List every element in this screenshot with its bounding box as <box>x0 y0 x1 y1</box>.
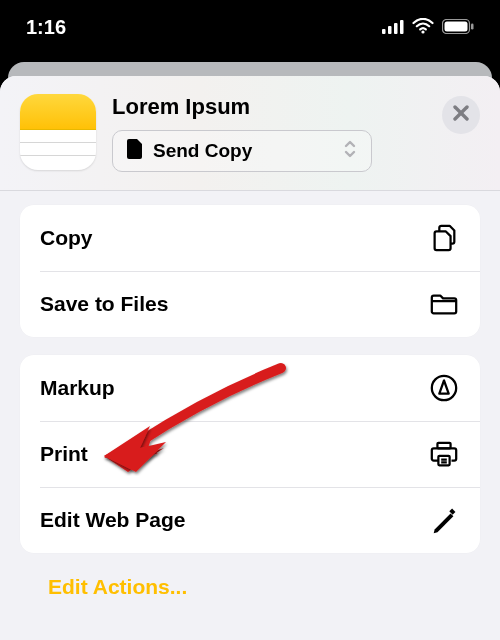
markup-icon <box>428 372 460 404</box>
svg-rect-6 <box>445 21 468 31</box>
print-action[interactable]: Print <box>20 421 480 487</box>
status-indicators <box>382 16 474 39</box>
svg-rect-7 <box>471 23 474 29</box>
close-icon <box>453 105 469 125</box>
action-groups: Copy Save to Files Markup Print <box>0 191 500 599</box>
copy-action[interactable]: Copy <box>20 205 480 271</box>
svg-rect-0 <box>382 29 386 34</box>
close-button[interactable] <box>442 96 480 134</box>
send-copy-selector[interactable]: Send Copy <box>112 130 372 172</box>
notes-app-icon <box>20 94 96 170</box>
document-icon <box>127 139 143 163</box>
send-copy-label: Send Copy <box>153 140 252 162</box>
wifi-icon <box>412 16 434 39</box>
status-time: 1:16 <box>26 16 66 39</box>
save-to-files-label: Save to Files <box>40 292 168 316</box>
print-label: Print <box>40 442 88 466</box>
svg-rect-3 <box>400 20 404 34</box>
svg-rect-2 <box>394 23 398 34</box>
action-group-2: Markup Print Edit Web Page <box>20 355 480 553</box>
edit-actions-link[interactable]: Edit Actions... <box>20 571 480 599</box>
edit-web-page-label: Edit Web Page <box>40 508 185 532</box>
markup-action[interactable]: Markup <box>20 355 480 421</box>
battery-icon <box>442 16 474 39</box>
printer-icon <box>428 438 460 470</box>
doc-on-doc-icon <box>428 222 460 254</box>
svg-point-4 <box>421 30 424 33</box>
cellular-icon <box>382 16 404 39</box>
share-sheet-header: Lorem Ipsum Send Copy <box>0 76 500 191</box>
share-title: Lorem Ipsum <box>112 94 426 120</box>
markup-label: Markup <box>40 376 115 400</box>
folder-icon <box>428 288 460 320</box>
status-bar: 1:16 <box>0 0 500 54</box>
edit-web-page-action[interactable]: Edit Web Page <box>20 487 480 553</box>
share-sheet: Lorem Ipsum Send Copy Copy <box>0 76 500 640</box>
svg-rect-1 <box>388 26 392 34</box>
save-to-files-action[interactable]: Save to Files <box>20 271 480 337</box>
action-group-1: Copy Save to Files <box>20 205 480 337</box>
chevron-up-down-icon <box>343 139 357 163</box>
copy-label: Copy <box>40 226 93 250</box>
pencil-icon <box>428 504 460 536</box>
